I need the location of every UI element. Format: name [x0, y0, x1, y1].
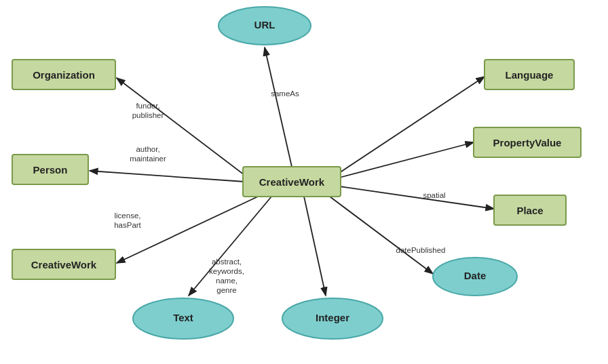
- edge-label-sameas: sameAs: [271, 89, 299, 98]
- node-propertyvalue-label: PropertyValue: [493, 137, 562, 148]
- edge-label-spatial: spatial: [423, 191, 445, 199]
- edge-label-genre: genre: [216, 286, 236, 294]
- node-organization-label: Organization: [33, 69, 95, 81]
- node-person-label: Person: [33, 164, 68, 176]
- edge-label-author: author,: [136, 145, 159, 153]
- edge-label-datepublished: datePublished: [396, 246, 446, 254]
- node-language-label: Language: [506, 69, 554, 81]
- edge-integer: [304, 197, 326, 296]
- node-place-label: Place: [516, 205, 543, 216]
- edge-label-abstract: abstract,: [212, 258, 242, 266]
- node-date-label: Date: [464, 270, 487, 281]
- edge-label-funder: funder,: [136, 102, 159, 110]
- edge-person: [90, 171, 244, 182]
- edge-label-maintainer: maintainer: [130, 155, 166, 163]
- edge-place: [339, 186, 494, 209]
- node-url-label: URL: [254, 19, 276, 31]
- edge-label-license: license,: [115, 211, 141, 220]
- edge-date: [330, 197, 433, 274]
- node-creativework2-label: CreativeWork: [31, 259, 97, 270]
- edge-label-publisher: publisher: [132, 111, 164, 119]
- edge-label-keywords: keywords,: [209, 267, 244, 275]
- node-text-label: Text: [173, 312, 193, 323]
- node-integer-label: Integer: [316, 312, 349, 323]
- edge-label-name: name,: [216, 277, 238, 285]
- edge-creativework2: [117, 197, 258, 263]
- node-center-label: CreativeWork: [259, 176, 325, 188]
- diagram: sameAs funder, publisher author, maintai…: [0, 0, 608, 364]
- edge-label-haspart: hasPart: [114, 221, 141, 229]
- edge-url: [265, 47, 292, 167]
